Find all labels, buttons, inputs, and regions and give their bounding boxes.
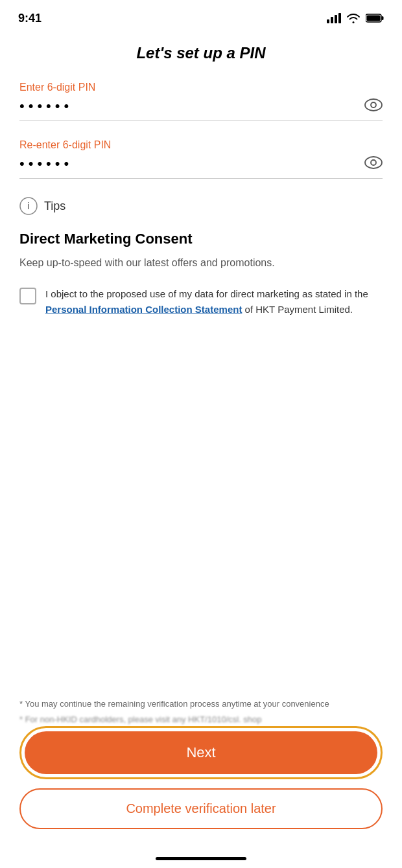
consent-checkbox-row: I object to the proposed use of my data … [19, 286, 383, 317]
svg-point-10 [371, 160, 376, 165]
personal-info-link[interactable]: Personal Information Collection Statemen… [45, 304, 242, 315]
svg-rect-3 [338, 13, 341, 23]
battery-icon [366, 14, 384, 23]
repin-field-row: •••••• [19, 156, 383, 179]
status-bar: 9:41 [0, 0, 402, 32]
pin-dots: •••••• [19, 99, 73, 113]
pin-form: Enter 6-digit PIN •••••• Re-enter 6-digi… [0, 82, 402, 179]
footer-notes: * You may continue the remaining verific… [0, 698, 402, 725]
consent-checkbox[interactable] [19, 288, 36, 304]
svg-text:i: i [27, 201, 30, 211]
repin-toggle-icon[interactable] [364, 156, 383, 172]
repin-field-label: Re-enter 6-digit PIN [19, 139, 383, 151]
marketing-title: Direct Marketing Consent [19, 231, 383, 247]
tips-section: i Tips [0, 197, 402, 215]
svg-rect-1 [331, 17, 333, 23]
svg-rect-5 [382, 16, 384, 20]
svg-point-9 [365, 157, 382, 168]
pin-toggle-icon[interactable] [364, 98, 383, 114]
marketing-description: Keep up-to-speed with our latest offers … [19, 255, 383, 271]
consent-text-before: I object to the proposed use of my data … [45, 288, 368, 299]
tips-row: i Tips [19, 197, 383, 215]
marketing-section: Direct Marketing Consent Keep up-to-spee… [0, 231, 402, 317]
signal-icon [327, 13, 341, 23]
svg-rect-2 [335, 15, 337, 23]
tips-label: Tips [44, 200, 65, 213]
buttons-section: Next Complete verification later [0, 726, 402, 829]
pin-field-row: •••••• [19, 98, 383, 121]
next-button-wrapper: Next [19, 726, 383, 779]
page-title: Let's set up a PIN [19, 44, 383, 62]
footer-note-2: * For non-HKID cardholders, please visit… [19, 713, 383, 726]
home-indicator [156, 857, 246, 860]
svg-point-8 [371, 102, 376, 108]
svg-point-7 [365, 99, 382, 111]
wifi-icon [346, 13, 361, 23]
info-icon: i [19, 197, 38, 215]
pin-field-label: Enter 6-digit PIN [19, 82, 383, 93]
status-time: 9:41 [18, 12, 41, 25]
complete-later-button[interactable]: Complete verification later [19, 788, 383, 829]
footer-note-1: * You may continue the remaining verific… [19, 698, 383, 711]
consent-text-after: of HKT Payment Limited. [242, 304, 353, 315]
next-button[interactable]: Next [25, 731, 377, 774]
repin-dots: •••••• [19, 157, 73, 171]
consent-text: I object to the proposed use of my data … [45, 286, 383, 317]
status-icons [327, 13, 384, 23]
svg-rect-0 [327, 19, 329, 23]
svg-rect-6 [367, 16, 381, 21]
